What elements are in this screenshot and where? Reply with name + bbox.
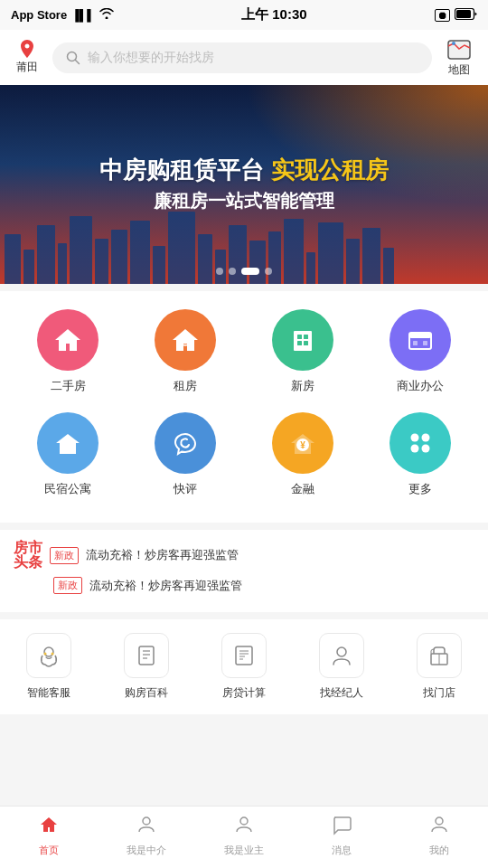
- app-store-label: App Store: [11, 8, 67, 22]
- svg-rect-5: [63, 336, 72, 344]
- map-button[interactable]: 地图: [441, 37, 477, 78]
- agent-nav-icon: [136, 814, 157, 841]
- svg-point-37: [143, 817, 150, 825]
- banner-line1: 中房购租赁平台: [99, 156, 264, 184]
- wifi-icon: [99, 8, 114, 22]
- minsu-label: 民宿公寓: [44, 481, 91, 497]
- category-more[interactable]: 更多: [361, 412, 479, 497]
- nav-owner[interactable]: 我是业主: [195, 814, 293, 857]
- banner-line2: 廉租房一站式智能管理: [99, 189, 388, 213]
- banner[interactable]: 中房购租赁平台 实现公租房 廉租房一站式智能管理: [0, 85, 488, 284]
- owner-nav-label: 我是业主: [224, 844, 264, 857]
- dot-2: [229, 268, 236, 275]
- nav-message[interactable]: 消息: [293, 814, 390, 857]
- service-label: 智能客服: [27, 685, 70, 701]
- svg-rect-1: [456, 10, 471, 18]
- guide-icon: [124, 633, 169, 678]
- dot-4: [265, 268, 272, 275]
- loan-label: 房贷计算: [222, 685, 266, 701]
- status-left: App Store ▐▌▌: [11, 8, 114, 22]
- message-nav-icon: [331, 814, 352, 841]
- status-right: ⏺: [435, 8, 477, 23]
- svg-point-38: [240, 817, 248, 825]
- commercial-icon: [389, 309, 451, 371]
- news-text-2: 流动充裕！炒房客再迎强监管: [89, 578, 474, 594]
- svg-point-20: [411, 445, 419, 453]
- svg-text:¥: ¥: [300, 440, 305, 450]
- svg-rect-10: [297, 341, 302, 345]
- svg-point-6: [180, 335, 191, 345]
- home-nav-icon: [38, 814, 60, 841]
- svg-point-22: [44, 647, 53, 656]
- finance-icon: ¥: [272, 412, 333, 474]
- svg-rect-15: [423, 341, 427, 345]
- svg-point-19: [422, 434, 430, 442]
- finance-label: 金融: [291, 481, 314, 497]
- svg-rect-14: [413, 341, 418, 345]
- nav-mine[interactable]: 我的: [390, 814, 488, 857]
- newhouse-label: 新房: [291, 378, 314, 394]
- bottom-nav: 首页 我是中介 我是业主 消息: [0, 806, 488, 868]
- svg-point-39: [436, 817, 443, 825]
- nav-agent[interactable]: 我是中介: [98, 814, 195, 857]
- news-row-1[interactable]: 房市 头条 新政 流动充裕！炒房客再迎强监管: [14, 541, 474, 570]
- dot-1: [216, 268, 223, 275]
- agent-nav-label: 我是中介: [127, 844, 166, 857]
- svg-rect-3: [448, 41, 470, 59]
- battery-icon: [455, 8, 477, 23]
- shop-icon: [417, 633, 462, 678]
- agent-label: 找经纪人: [320, 685, 363, 701]
- search-bar[interactable]: 输入你想要的开始找房: [52, 42, 432, 73]
- category-rental[interactable]: 租房: [127, 309, 244, 394]
- tool-service[interactable]: 智能客服: [0, 633, 98, 701]
- category-minsu[interactable]: 民宿公寓: [9, 412, 127, 497]
- svg-point-34: [337, 647, 346, 656]
- service-icon: [26, 633, 71, 678]
- svg-rect-9: [304, 335, 308, 339]
- search-placeholder: 输入你想要的开始找房: [88, 50, 214, 66]
- banner-highlight: 实现公租房: [271, 156, 389, 184]
- tool-guide[interactable]: 购房百科: [98, 633, 195, 701]
- location-button[interactable]: 莆田: [11, 40, 43, 75]
- svg-point-18: [411, 434, 419, 442]
- status-time: 上午 10:30: [241, 6, 307, 24]
- location-label: 莆田: [16, 60, 38, 75]
- search-header: 莆田 输入你想要的开始找房 地图: [0, 30, 488, 85]
- more-icon: [389, 412, 451, 474]
- home-nav-label: 首页: [39, 844, 59, 857]
- category-secondhand[interactable]: 二手房: [9, 309, 127, 394]
- category-commercial[interactable]: 商业办公: [361, 309, 479, 394]
- svg-point-4: [452, 42, 455, 45]
- banner-text: 中房购租赁平台 实现公租房 廉租房一站式智能管理: [81, 137, 406, 232]
- svg-point-23: [44, 653, 47, 656]
- rental-label: 租房: [174, 378, 197, 394]
- tool-loan[interactable]: 房贷计算: [195, 633, 293, 701]
- guide-label: 购房百科: [125, 685, 168, 701]
- category-newhouse[interactable]: 新房: [244, 309, 361, 394]
- svg-point-21: [422, 445, 430, 453]
- news-section: 房市 头条 新政 流动充裕！炒房客再迎强监管 新政 流动充裕！炒房客再迎强监管: [0, 523, 488, 605]
- mine-nav-icon: [428, 814, 450, 841]
- nav-home[interactable]: 首页: [0, 814, 98, 857]
- category-grid: 二手房 租房 新房: [0, 291, 488, 515]
- screen-record-icon: ⏺: [435, 9, 450, 22]
- tool-shop[interactable]: 找门店: [390, 633, 488, 701]
- svg-rect-13: [409, 333, 431, 338]
- map-label: 地图: [448, 62, 470, 78]
- owner-nav-icon: [233, 814, 255, 841]
- svg-rect-11: [304, 341, 308, 345]
- category-review[interactable]: 快评: [127, 412, 244, 497]
- tools-section: 智能客服 购房百科: [0, 612, 488, 714]
- news-row-2[interactable]: 新政 流动充裕！炒房客再迎强监管: [14, 577, 474, 594]
- dot-3: [241, 268, 259, 275]
- message-nav-label: 消息: [332, 844, 352, 857]
- commercial-label: 商业办公: [397, 378, 444, 394]
- loan-icon: [221, 633, 267, 678]
- rental-icon: [155, 309, 216, 371]
- tool-agent[interactable]: 找经纪人: [293, 633, 390, 701]
- svg-point-24: [52, 653, 54, 656]
- status-bar: App Store ▐▌▌ 上午 10:30 ⏺: [0, 0, 488, 30]
- category-finance[interactable]: ¥ 金融: [244, 412, 361, 497]
- review-label: 快评: [174, 481, 197, 497]
- secondhand-label: 二手房: [51, 378, 86, 394]
